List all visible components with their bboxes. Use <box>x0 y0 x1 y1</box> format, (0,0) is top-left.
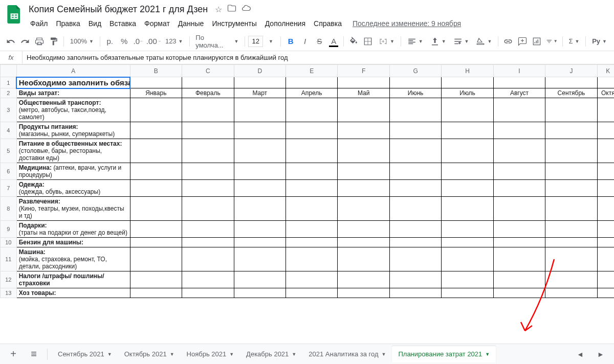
cell-r10-c3[interactable] <box>182 238 234 247</box>
cell-r10-c6[interactable] <box>338 238 389 247</box>
col-H[interactable]: H <box>442 65 493 77</box>
cell-row1-4[interactable] <box>234 77 286 88</box>
cell-month-3[interactable]: Апрель <box>286 88 337 98</box>
fx-label[interactable]: fx <box>0 51 23 64</box>
cell-r7-c6[interactable] <box>338 180 389 197</box>
cell-r12-c11[interactable] <box>597 271 614 288</box>
cell-row1-3[interactable] <box>182 77 234 88</box>
cell-r7-c3[interactable] <box>182 180 234 197</box>
cell-r8-c10[interactable] <box>545 197 597 221</box>
cell-row1-10[interactable] <box>545 77 597 88</box>
language-button[interactable]: Ру▼ <box>589 35 610 48</box>
cell-r7-c11[interactable] <box>597 180 614 197</box>
cell-r9-c6[interactable] <box>338 221 389 238</box>
cell-row1-5[interactable] <box>286 77 337 88</box>
cell-A11[interactable]: Машина:(мойка, страховка, ремонт, ТО, де… <box>16 247 130 271</box>
undo-button[interactable] <box>4 35 17 48</box>
row-hdr-5[interactable]: 5 <box>1 139 17 163</box>
cell-r5-c4[interactable] <box>234 139 286 163</box>
cell-r12-c10[interactable] <box>545 271 597 288</box>
cell-month-5[interactable]: Июнь <box>389 88 441 98</box>
cell-row1-9[interactable] <box>493 77 545 88</box>
row-hdr-7[interactable]: 7 <box>1 180 17 197</box>
cell-r3-c6[interactable] <box>338 98 389 122</box>
cell-r8-c11[interactable] <box>597 197 614 221</box>
cell-r5-c11[interactable] <box>597 139 614 163</box>
cell-r8-c6[interactable] <box>338 197 389 221</box>
wrap-button[interactable]: ▼ <box>450 35 472 48</box>
cell-month-7[interactable]: Август <box>493 88 545 98</box>
redo-button[interactable] <box>18 35 32 48</box>
menu-tools[interactable]: Инструменты <box>208 17 260 30</box>
cell-r7-c4[interactable] <box>234 180 286 197</box>
menu-insert[interactable]: Вставка <box>106 17 140 30</box>
cell-r3-c2[interactable] <box>130 98 182 122</box>
cell-r13-c6[interactable] <box>338 288 389 298</box>
cell-r3-c10[interactable] <box>545 98 597 122</box>
cell-r13-c3[interactable] <box>182 288 234 298</box>
cell-r4-c4[interactable] <box>234 122 286 139</box>
row-hdr-2[interactable]: 2 <box>1 88 17 98</box>
menu-file[interactable]: Файл <box>27 17 51 30</box>
col-F[interactable]: F <box>338 65 389 77</box>
comment-button[interactable] <box>516 35 529 48</box>
cell-r5-c10[interactable] <box>545 139 597 163</box>
doc-title[interactable]: Копия Семейный бюджет 2021 г для Дзен <box>27 3 210 16</box>
sheet-tab[interactable]: Ноябрь 2021▼ <box>181 346 240 362</box>
cell-r10-c4[interactable] <box>234 238 286 247</box>
cell-r5-c3[interactable] <box>182 139 234 163</box>
cell-A5[interactable]: Питание в общественных местах:(столовые,… <box>16 139 130 163</box>
menu-help[interactable]: Справка <box>310 17 345 30</box>
cell-r10-c2[interactable] <box>130 238 182 247</box>
font-size-input[interactable]: 12 <box>248 36 263 47</box>
col-C[interactable]: C <box>182 65 234 77</box>
col-K[interactable]: K <box>597 65 614 77</box>
cell-r11-c8[interactable] <box>442 247 493 271</box>
cell-r5-c7[interactable] <box>389 139 441 163</box>
cell-A7[interactable]: Одежда:(одежда, обувь, аксессуары) <box>16 180 130 197</box>
menu-data[interactable]: Данные <box>174 17 208 30</box>
cell-r8-c2[interactable] <box>130 197 182 221</box>
font-size-dropdown[interactable]: ▼ <box>264 35 277 48</box>
cell-r6-c9[interactable] <box>493 163 545 180</box>
print-button[interactable] <box>33 35 46 48</box>
cell-row1-7[interactable] <box>389 77 441 88</box>
cell-month-4[interactable]: Май <box>338 88 389 98</box>
row-hdr-12[interactable]: 12 <box>1 271 17 288</box>
row-hdr-11[interactable]: 11 <box>1 247 17 271</box>
filter-button[interactable]: ▼ <box>544 35 559 48</box>
cell-r7-c9[interactable] <box>493 180 545 197</box>
cell-r6-c2[interactable] <box>130 163 182 180</box>
col-D[interactable]: D <box>234 65 286 77</box>
cell-A6[interactable]: Медицина: (аптеки, врачи, услуги и проце… <box>16 163 130 180</box>
cell-r8-c5[interactable] <box>286 197 337 221</box>
cell-r9-c7[interactable] <box>389 221 441 238</box>
cell-r6-c7[interactable] <box>389 163 441 180</box>
cell-r7-c8[interactable] <box>442 180 493 197</box>
cell-A10[interactable]: Бензин для машины: <box>16 238 130 247</box>
cell-r13-c4[interactable] <box>234 288 286 298</box>
cell-r12-c3[interactable] <box>182 271 234 288</box>
tabs-scroll-right[interactable]: ► <box>591 347 610 362</box>
paint-format-button[interactable] <box>47 35 60 48</box>
sheet-tab[interactable]: Сентябрь 2021▼ <box>52 346 118 362</box>
col-B[interactable]: B <box>130 65 182 77</box>
rotate-button[interactable]: ▼ <box>473 35 495 48</box>
cell-r3-c9[interactable] <box>493 98 545 122</box>
col-J[interactable]: J <box>545 65 597 77</box>
cell-r10-c8[interactable] <box>442 238 493 247</box>
row-hdr-1[interactable]: 1 <box>1 77 17 88</box>
cell-r9-c2[interactable] <box>130 221 182 238</box>
cell-row1-2[interactable] <box>130 77 182 88</box>
cell-r8-c8[interactable] <box>442 197 493 221</box>
row-hdr-3[interactable]: 3 <box>1 98 17 122</box>
cell-A2[interactable]: Виды затрат: <box>16 88 130 98</box>
cell-r4-c11[interactable] <box>597 122 614 139</box>
menu-edit[interactable]: Правка <box>52 17 83 30</box>
cell-row1-11[interactable] <box>597 77 614 88</box>
formula-input[interactable]: Необходимо заполнить обязательные траты … <box>23 54 614 61</box>
cell-r5-c6[interactable] <box>338 139 389 163</box>
cell-r11-c2[interactable] <box>130 247 182 271</box>
cloud-icon[interactable] <box>242 4 251 15</box>
cell-r9-c4[interactable] <box>234 221 286 238</box>
